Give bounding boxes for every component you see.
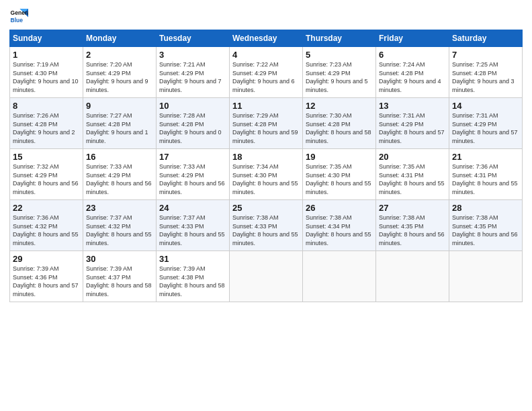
day-number: 16 (86, 152, 153, 162)
calendar-cell: 31Sunrise: 7:39 AMSunset: 4:38 PMDayligh… (157, 251, 230, 302)
calendar-cell: 6Sunrise: 7:24 AMSunset: 4:28 PMDaylight… (376, 47, 449, 98)
calendar-cell: 24Sunrise: 7:37 AMSunset: 4:33 PMDayligh… (157, 200, 230, 251)
calendar-cell: 3Sunrise: 7:21 AMSunset: 4:29 PMDaylight… (157, 47, 230, 98)
day-number: 3 (159, 50, 226, 60)
day-number: 13 (379, 101, 446, 111)
day-info: Sunrise: 7:27 AMSunset: 4:28 PMDaylight:… (86, 112, 148, 144)
day-number: 30 (86, 254, 153, 264)
weekday-sunday: Sunday (10, 30, 83, 47)
weekday-wednesday: Wednesday (230, 30, 303, 47)
day-info: Sunrise: 7:38 AMSunset: 4:35 PMDaylight:… (379, 214, 445, 246)
day-number: 21 (452, 152, 519, 162)
day-number: 4 (232, 50, 300, 60)
day-info: Sunrise: 7:30 AMSunset: 4:28 PMDaylight:… (306, 112, 371, 144)
calendar-cell: 13Sunrise: 7:31 AMSunset: 4:29 PMDayligh… (376, 98, 449, 149)
weekday-saturday: Saturday (449, 30, 523, 47)
calendar-cell (376, 251, 449, 302)
day-info: Sunrise: 7:39 AMSunset: 4:38 PMDaylight:… (159, 265, 225, 298)
calendar-cell: 14Sunrise: 7:31 AMSunset: 4:29 PMDayligh… (449, 98, 523, 149)
calendar-cell (449, 251, 523, 302)
day-number: 12 (306, 101, 373, 111)
weekday-monday: Monday (83, 30, 157, 47)
day-info: Sunrise: 7:39 AMSunset: 4:36 PMDaylight:… (13, 265, 79, 298)
page: General Blue SundayMondayTuesdayWednesda… (0, 0, 532, 411)
day-info: Sunrise: 7:38 AMSunset: 4:33 PMDaylight:… (232, 214, 298, 246)
header: General Blue (9, 7, 523, 26)
calendar-cell: 8Sunrise: 7:26 AMSunset: 4:28 PMDaylight… (10, 98, 83, 149)
day-info: Sunrise: 7:34 AMSunset: 4:30 PMDaylight:… (232, 163, 298, 195)
day-number: 26 (306, 203, 373, 213)
calendar-cell: 10Sunrise: 7:28 AMSunset: 4:28 PMDayligh… (157, 98, 230, 149)
day-info: Sunrise: 7:33 AMSunset: 4:29 PMDaylight:… (159, 163, 225, 195)
day-number: 19 (306, 152, 373, 162)
day-info: Sunrise: 7:36 AMSunset: 4:32 PMDaylight:… (13, 214, 79, 246)
calendar-cell: 7Sunrise: 7:25 AMSunset: 4:28 PMDaylight… (449, 47, 523, 98)
logo-icon: General Blue (9, 7, 28, 26)
weekday-thursday: Thursday (303, 30, 376, 47)
day-info: Sunrise: 7:23 AMSunset: 4:29 PMDaylight:… (306, 61, 368, 93)
day-number: 18 (232, 152, 300, 162)
day-number: 2 (86, 50, 153, 60)
calendar-cell: 16Sunrise: 7:33 AMSunset: 4:29 PMDayligh… (83, 149, 157, 200)
day-number: 5 (306, 50, 373, 60)
day-number: 29 (13, 254, 80, 264)
day-info: Sunrise: 7:32 AMSunset: 4:29 PMDaylight:… (13, 163, 79, 195)
calendar-cell: 22Sunrise: 7:36 AMSunset: 4:32 PMDayligh… (10, 200, 83, 251)
day-info: Sunrise: 7:22 AMSunset: 4:29 PMDaylight:… (232, 61, 295, 93)
weekday-tuesday: Tuesday (157, 30, 230, 47)
calendar-cell: 18Sunrise: 7:34 AMSunset: 4:30 PMDayligh… (230, 149, 303, 200)
calendar-cell: 4Sunrise: 7:22 AMSunset: 4:29 PMDaylight… (230, 47, 303, 98)
svg-text:Blue: Blue (11, 17, 24, 24)
day-info: Sunrise: 7:39 AMSunset: 4:37 PMDaylight:… (86, 265, 152, 298)
day-info: Sunrise: 7:28 AMSunset: 4:28 PMDaylight:… (159, 112, 222, 144)
calendar-cell: 30Sunrise: 7:39 AMSunset: 4:37 PMDayligh… (83, 251, 157, 302)
svg-text:General: General (11, 9, 28, 16)
calendar-cell (303, 251, 376, 302)
day-info: Sunrise: 7:37 AMSunset: 4:33 PMDaylight:… (159, 214, 225, 246)
day-number: 27 (379, 203, 446, 213)
day-info: Sunrise: 7:38 AMSunset: 4:35 PMDaylight:… (452, 214, 518, 246)
calendar-cell: 9Sunrise: 7:27 AMSunset: 4:28 PMDaylight… (83, 98, 157, 149)
day-number: 20 (379, 152, 446, 162)
day-info: Sunrise: 7:26 AMSunset: 4:28 PMDaylight:… (13, 112, 75, 144)
calendar-cell: 2Sunrise: 7:20 AMSunset: 4:29 PMDaylight… (83, 47, 157, 98)
day-info: Sunrise: 7:38 AMSunset: 4:34 PMDaylight:… (306, 214, 371, 246)
weekday-header-row: SundayMondayTuesdayWednesdayThursdayFrid… (10, 30, 523, 47)
calendar-cell: 5Sunrise: 7:23 AMSunset: 4:29 PMDaylight… (303, 47, 376, 98)
day-number: 10 (159, 101, 226, 111)
calendar-table: SundayMondayTuesdayWednesdayThursdayFrid… (9, 30, 523, 302)
week-row-4: 22Sunrise: 7:36 AMSunset: 4:32 PMDayligh… (10, 200, 523, 251)
calendar-cell: 28Sunrise: 7:38 AMSunset: 4:35 PMDayligh… (449, 200, 523, 251)
day-number: 14 (452, 101, 519, 111)
day-number: 11 (232, 101, 300, 111)
week-row-3: 15Sunrise: 7:32 AMSunset: 4:29 PMDayligh… (10, 149, 523, 200)
day-info: Sunrise: 7:37 AMSunset: 4:32 PMDaylight:… (86, 214, 152, 246)
calendar-cell: 21Sunrise: 7:36 AMSunset: 4:31 PMDayligh… (449, 149, 523, 200)
week-row-5: 29Sunrise: 7:39 AMSunset: 4:36 PMDayligh… (10, 251, 523, 302)
day-number: 24 (159, 203, 226, 213)
day-info: Sunrise: 7:36 AMSunset: 4:31 PMDaylight:… (452, 163, 518, 195)
calendar-cell: 29Sunrise: 7:39 AMSunset: 4:36 PMDayligh… (10, 251, 83, 302)
day-number: 28 (452, 203, 519, 213)
day-info: Sunrise: 7:31 AMSunset: 4:29 PMDaylight:… (379, 112, 445, 144)
day-number: 15 (13, 152, 80, 162)
week-row-1: 1Sunrise: 7:19 AMSunset: 4:30 PMDaylight… (10, 47, 523, 98)
day-number: 17 (159, 152, 226, 162)
day-number: 25 (232, 203, 300, 213)
day-number: 7 (452, 50, 519, 60)
day-info: Sunrise: 7:20 AMSunset: 4:29 PMDaylight:… (86, 61, 148, 93)
day-number: 6 (379, 50, 446, 60)
day-number: 23 (86, 203, 153, 213)
day-info: Sunrise: 7:24 AMSunset: 4:28 PMDaylight:… (379, 61, 441, 93)
day-info: Sunrise: 7:35 AMSunset: 4:31 PMDaylight:… (379, 163, 445, 195)
calendar-cell: 11Sunrise: 7:29 AMSunset: 4:28 PMDayligh… (230, 98, 303, 149)
day-info: Sunrise: 7:35 AMSunset: 4:30 PMDaylight:… (306, 163, 371, 195)
day-info: Sunrise: 7:25 AMSunset: 4:28 PMDaylight:… (452, 61, 515, 93)
day-number: 1 (13, 50, 80, 60)
calendar-cell: 17Sunrise: 7:33 AMSunset: 4:29 PMDayligh… (157, 149, 230, 200)
calendar-cell: 15Sunrise: 7:32 AMSunset: 4:29 PMDayligh… (10, 149, 83, 200)
day-info: Sunrise: 7:19 AMSunset: 4:30 PMDaylight:… (13, 61, 79, 93)
calendar-cell: 12Sunrise: 7:30 AMSunset: 4:28 PMDayligh… (303, 98, 376, 149)
day-number: 9 (86, 101, 153, 111)
calendar-cell: 26Sunrise: 7:38 AMSunset: 4:34 PMDayligh… (303, 200, 376, 251)
